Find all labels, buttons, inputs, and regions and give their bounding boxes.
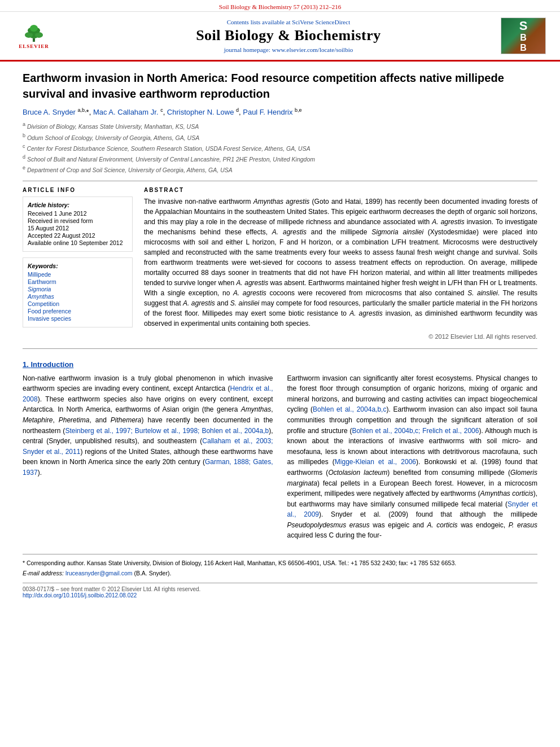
keyword-earthworm: Earthworm <box>28 278 128 285</box>
affil-d: d School of Built and Natural Environmen… <box>23 154 537 164</box>
intro-col1: Non-native earthworm invasion is a truly… <box>23 373 273 546</box>
intro-col2-p1: Earthworm invasion can significantly alt… <box>287 373 538 541</box>
journal-title: Soil Biology & Biochemistry <box>76 27 501 44</box>
keyword-sigmoria: Sigmoria <box>28 286 128 292</box>
affil-b: b Odum School of Ecology, University of … <box>23 132 537 142</box>
sciverse-prefix: Contents lists available at <box>227 19 291 25</box>
abstract-col: ABSTRACT The invasive non-native earthwo… <box>144 187 537 340</box>
article-info-heading: ARTICLE INFO <box>23 187 133 193</box>
journal-title-area: Contents lists available at SciVerse Sci… <box>76 19 501 53</box>
journal-homepage: journal homepage: www.elsevier.com/locat… <box>76 46 501 53</box>
authors-line: Bruce A. Snyder a,b,*, Mac A. Callaham J… <box>23 107 537 116</box>
footnote-email: E-mail address: lruceasnyder@gmail.com (… <box>23 569 537 578</box>
email-link: lruceasnyder@gmail.com <box>65 570 133 576</box>
author-hendrix: Paul F. Hendrix <box>243 108 292 116</box>
author-lowe: Christopher N. Lowe <box>167 108 234 116</box>
sbb-logo-area: S B B <box>501 18 552 54</box>
intro-num: 1. <box>23 360 30 369</box>
author-snyder: Bruce A. Snyder <box>23 108 76 116</box>
intro-body: Non-native earthworm invasion is a truly… <box>23 373 537 546</box>
online-line: Available online 10 September 2012 <box>28 239 128 246</box>
footer-bar: 0038-0717/$ – see front matter © 2012 El… <box>23 583 537 599</box>
intro-heading: 1. Introduction <box>23 360 537 369</box>
received-line: Received 1 June 2012 <box>28 210 128 217</box>
affil-e: e Department of Crop and Soil Science, U… <box>23 164 537 174</box>
sciverse-line: Contents lists available at SciVerse Sci… <box>76 19 501 25</box>
divider-2 <box>23 348 537 349</box>
journal-header: ELSEVIER Contents lists available at Sci… <box>0 12 560 62</box>
affil-a: a Division of Biology, Kansas State Univ… <box>23 121 537 131</box>
copyright-notice: © 2012 Elsevier Ltd. All rights reserved… <box>144 333 537 340</box>
doi-link: http://dx.doi.org/10.1016/j.soilbio.2012… <box>23 592 137 599</box>
keyword-invasive: Invasive species <box>28 315 128 322</box>
article-history-box: Article history: Received 1 June 2012 Re… <box>23 196 133 252</box>
intro-title: Introduction <box>30 360 73 369</box>
keyword-millipede: Millipede <box>28 271 128 278</box>
main-content: Earthworm invasion in North America: Foo… <box>0 62 560 610</box>
sbb-logo: S B B <box>501 18 546 54</box>
abstract-heading: ABSTRACT <box>144 187 537 193</box>
elsevier-logo-area: ELSEVIER <box>8 20 76 51</box>
intro-col2: Earthworm invasion can significantly alt… <box>287 373 538 546</box>
article-title: Earthworm invasion in North America: Foo… <box>23 70 537 102</box>
accepted-line: Accepted 22 August 2012 <box>28 232 128 239</box>
elsevier-logo: ELSEVIER <box>8 20 59 51</box>
svg-point-6 <box>30 25 38 32</box>
doi-line: http://dx.doi.org/10.1016/j.soilbio.2012… <box>23 592 537 599</box>
elsevier-text-label: ELSEVIER <box>19 43 49 49</box>
keywords-label: Keywords: <box>28 263 128 269</box>
homepage-prefix: journal homepage: <box>224 46 272 53</box>
author-callaham: Mac A. Callaham Jr. <box>93 108 159 116</box>
keywords-box: Keywords: Millipede Earthworm Sigmoria A… <box>23 257 133 327</box>
article-info-col: ARTICLE INFO Article history: Received 1… <box>23 187 133 340</box>
svg-rect-0 <box>33 38 35 42</box>
affil-c: c Center for Forest Disturbance Science,… <box>23 143 537 153</box>
journal-citation-bar: Soil Biology & Biochemistry 57 (2013) 21… <box>0 0 560 12</box>
citation-text: Soil Biology & Biochemistry 57 (2013) 21… <box>219 3 341 10</box>
sciverse-link-text: SciVerse ScienceDirect <box>292 19 350 25</box>
intro-section: 1. Introduction Non-native earthworm inv… <box>23 360 537 546</box>
keyword-competition: Competition <box>28 300 128 307</box>
footnote-star: * Corresponding author. Kansas State Uni… <box>23 559 537 567</box>
revised2-line: 15 August 2012 <box>28 225 128 231</box>
intro-col1-p1: Non-native earthworm invasion is a truly… <box>23 373 273 478</box>
divider-1 <box>23 181 537 181</box>
history-label: Article history: <box>28 202 128 208</box>
keyword-amynthas: Amynthas <box>28 293 128 300</box>
revised-line: Received in revised form <box>28 217 128 224</box>
homepage-url: www.elsevier.com/locate/soilbio <box>272 46 353 53</box>
footnote-area: * Corresponding author. Kansas State Uni… <box>23 554 537 577</box>
issn-line: 0038-0717/$ – see front matter © 2012 El… <box>23 586 537 592</box>
affiliations: a Division of Biology, Kansas State Univ… <box>23 121 537 174</box>
info-abstract-section: ARTICLE INFO Article history: Received 1… <box>23 187 537 340</box>
abstract-body: The invasive non-native earthworm Amynth… <box>144 196 537 329</box>
keyword-food: Food preference <box>28 308 128 314</box>
